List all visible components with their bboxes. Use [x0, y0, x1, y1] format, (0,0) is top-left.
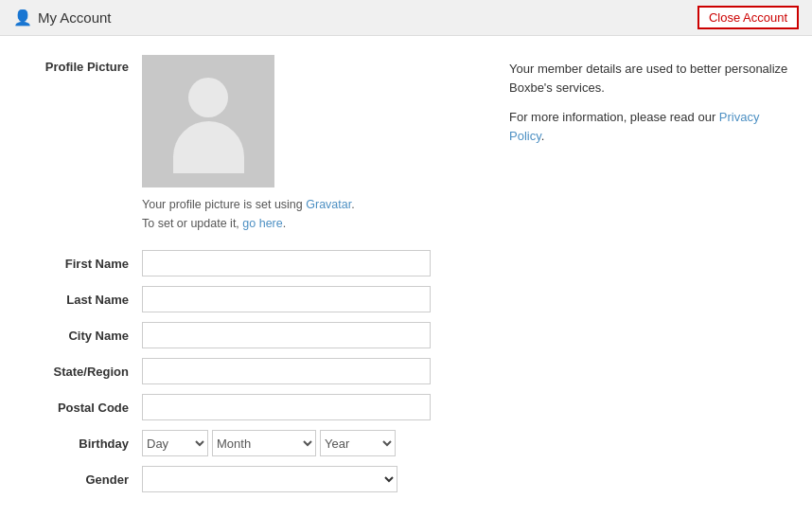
city-name-label: City Name: [19, 329, 142, 343]
gravatar-link[interactable]: Gravatar: [306, 198, 351, 211]
birthday-day-select[interactable]: Day 12345 678910 1112131415 1617181920 2…: [142, 430, 208, 456]
header: 👤 My Account Close Account: [0, 0, 812, 36]
avatar-head: [188, 78, 228, 117]
go-here-link[interactable]: go here: [242, 217, 282, 230]
last-name-row: Last Name: [19, 286, 481, 312]
page-title: My Account: [38, 9, 112, 26]
right-panel: Your member details are used to better p…: [509, 55, 793, 492]
birthday-month-select[interactable]: Month JanuaryFebruaryMarch AprilMayJune …: [212, 430, 316, 456]
user-icon: 👤: [13, 9, 32, 27]
postal-code-row: Postal Code: [19, 394, 481, 420]
close-account-button[interactable]: Close Account: [697, 6, 799, 29]
gravatar-period: .: [351, 198, 354, 211]
birthday-row: Birthday Day 12345 678910 1112131415 161…: [19, 430, 481, 456]
last-name-label: Last Name: [19, 293, 142, 307]
profile-image-area: Your profile picture is set using Gravat…: [142, 55, 355, 233]
first-name-row: First Name: [19, 250, 481, 276]
birthday-label: Birthday: [19, 437, 142, 451]
birthday-year-select[interactable]: Year 202420232000 1990198019701960: [320, 430, 396, 456]
state-region-input[interactable]: [142, 358, 431, 384]
state-region-row: State/Region: [19, 358, 481, 384]
gender-row: Gender Male Female Other: [19, 466, 481, 492]
left-panel: Profile Picture Your profile picture is …: [19, 55, 481, 492]
first-name-input[interactable]: [142, 250, 431, 276]
info-text: Your member details are used to better p…: [509, 60, 793, 97]
gender-select[interactable]: Male Female Other: [142, 466, 397, 492]
birthday-selects: Day 12345 678910 1112131415 1617181920 2…: [142, 430, 396, 456]
gravatar-description: Your profile picture is set using Gravat…: [142, 195, 355, 233]
profile-picture-label: Profile Picture: [19, 55, 142, 74]
city-name-row: City Name: [19, 322, 481, 348]
gender-label: Gender: [19, 472, 142, 487]
avatar-silhouette: [166, 69, 251, 173]
main-content: Profile Picture Your profile picture is …: [0, 36, 812, 511]
profile-picture-section: Profile Picture Your profile picture is …: [19, 55, 481, 233]
avatar: [142, 55, 274, 187]
privacy-text-block: For more information, please read our Pr…: [509, 108, 793, 145]
city-name-input[interactable]: [142, 322, 431, 348]
privacy-prefix: For more information, please read our: [509, 110, 719, 124]
gravatar-text-4: .: [283, 217, 286, 230]
last-name-input[interactable]: [142, 286, 431, 312]
postal-code-label: Postal Code: [19, 401, 142, 415]
first-name-label: First Name: [19, 257, 142, 271]
privacy-period: .: [541, 129, 545, 143]
gravatar-text-3: To set or update it,: [142, 217, 242, 230]
state-region-label: State/Region: [19, 365, 142, 379]
avatar-body: [173, 121, 244, 173]
form-section: First Name Last Name City Name State/Reg…: [19, 250, 481, 492]
header-title-area: 👤 My Account: [13, 9, 112, 27]
gravatar-text-1: Your profile picture is set using: [142, 198, 306, 211]
postal-code-input[interactable]: [142, 394, 431, 420]
